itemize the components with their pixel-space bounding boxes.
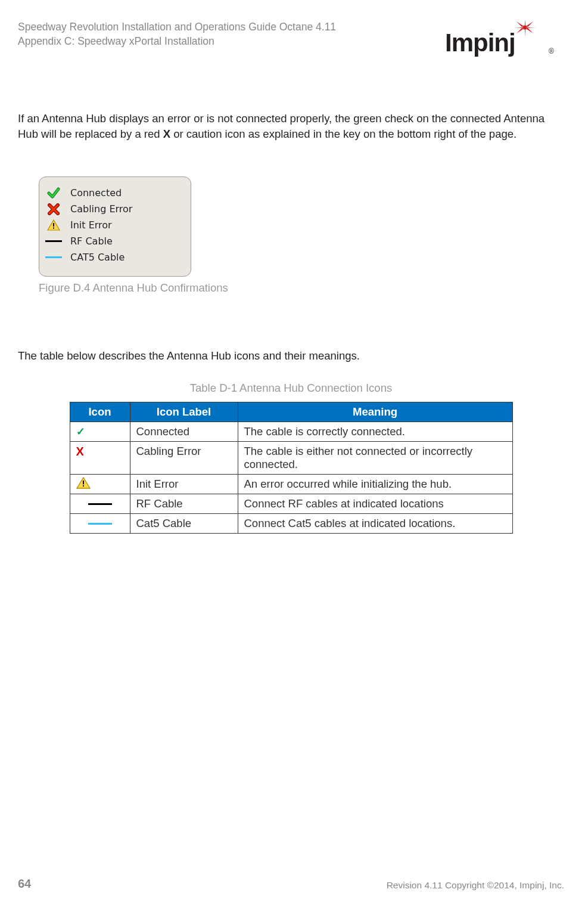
page-number: 64 xyxy=(18,877,31,891)
table-row: Cat5 Cable Connect Cat5 cables at indica… xyxy=(70,513,512,533)
warning-icon xyxy=(45,219,62,231)
antenna-hub-icons-table: Icon Icon Label Meaning ✓ Connected The … xyxy=(70,402,513,534)
svg-rect-6 xyxy=(83,485,84,487)
table-row: Init Error An error occurred while initi… xyxy=(70,474,512,494)
cell-meaning: Connect Cat5 cables at indicated locatio… xyxy=(238,513,512,533)
cell-label: Cabling Error xyxy=(130,441,238,474)
cell-meaning: An error occurred while initializing the… xyxy=(238,474,512,494)
svg-text:Impinj: Impinj xyxy=(445,29,515,57)
impinj-logo: Impinj ® xyxy=(445,20,564,58)
legend-row-cablingerror: Cabling Error xyxy=(45,202,182,216)
table-row: X Cabling Error The cable is either not … xyxy=(70,441,512,474)
svg-rect-4 xyxy=(53,227,54,228)
check-icon xyxy=(45,187,62,199)
x-icon xyxy=(45,203,62,215)
legend-row-initerror: Init Error xyxy=(45,218,182,233)
doc-section: Appendix C: Speedway xPortal Installatio… xyxy=(18,35,336,49)
copyright: Revision 4.11 Copyright ©2014, Impinj, I… xyxy=(387,880,564,891)
th-icon: Icon xyxy=(70,402,130,422)
doc-title: Speedway Revolution Installation and Ope… xyxy=(18,20,336,35)
table-intro-paragraph: The table below describes the Antenna Hu… xyxy=(18,348,564,364)
intro-paragraph: If an Antenna Hub displays an error or i… xyxy=(18,111,564,142)
page-footer: 64 Revision 4.11 Copyright ©2014, Impinj… xyxy=(18,877,564,891)
warning-icon xyxy=(76,477,91,489)
svg-text:®: ® xyxy=(549,47,554,55)
cell-icon xyxy=(70,494,130,513)
cell-icon: ✓ xyxy=(70,422,130,441)
cell-icon xyxy=(70,513,130,533)
rf-line-icon xyxy=(45,236,62,247)
cell-icon xyxy=(70,474,130,494)
legend-row-rfcable: RF Cable xyxy=(45,234,182,249)
page-header: Speedway Revolution Installation and Ope… xyxy=(18,20,564,58)
svg-rect-5 xyxy=(83,481,84,485)
header-text: Speedway Revolution Installation and Ope… xyxy=(18,20,336,48)
rf-line-icon xyxy=(88,503,112,505)
cell-meaning: The cable is correctly connected. xyxy=(238,422,512,441)
cell-label: RF Cable xyxy=(130,494,238,513)
figure-caption: Figure D.4 Antenna Hub Confirmations xyxy=(39,281,564,295)
check-icon: ✓ xyxy=(76,426,85,438)
cell-icon: X xyxy=(70,441,130,474)
cell-label: Init Error xyxy=(130,474,238,494)
cell-meaning: The cable is either not connected or inc… xyxy=(238,441,512,474)
svg-point-0 xyxy=(523,26,527,30)
cell-label: Cat5 Cable xyxy=(130,513,238,533)
table-caption: Table D-1 Antenna Hub Connection Icons xyxy=(18,382,564,395)
cat5-line-icon xyxy=(45,252,62,264)
svg-rect-3 xyxy=(53,223,54,227)
legend-row-cat5cable: CAT5 Cable xyxy=(45,250,182,265)
cat5-line-icon xyxy=(88,523,112,525)
th-meaning: Meaning xyxy=(238,402,512,422)
cell-label: Connected xyxy=(130,422,238,441)
th-label: Icon Label xyxy=(130,402,238,422)
legend-row-connected: Connected xyxy=(45,186,182,200)
table-row: ✓ Connected The cable is correctly conne… xyxy=(70,422,512,441)
legend-box: Connected Cabling Error Init Error RF Ca… xyxy=(39,176,191,277)
table-row: RF Cable Connect RF cables at indicated … xyxy=(70,494,512,513)
figure-d4: Connected Cabling Error Init Error RF Ca… xyxy=(39,176,564,295)
x-icon: X xyxy=(76,445,84,458)
cell-meaning: Connect RF cables at indicated locations xyxy=(238,494,512,513)
